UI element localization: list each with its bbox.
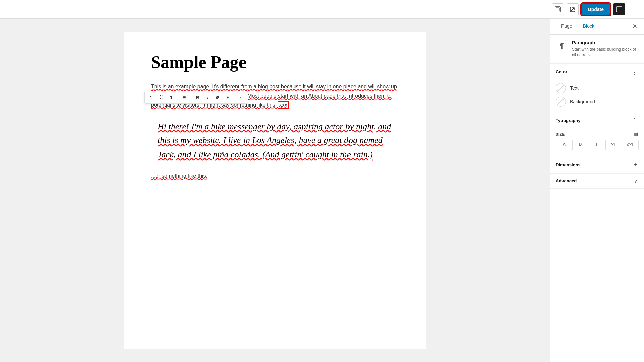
paragraph-cursive[interactable]: Hi there! I'm a bike messenger by day, a…	[158, 120, 399, 162]
advanced-title: Advanced	[556, 178, 577, 183]
text-color-label: Text	[570, 85, 579, 91]
size-m-button[interactable]: M	[573, 140, 589, 150]
advanced-section: Advanced ∨	[550, 174, 644, 189]
block-toolbar: ¶ ⠿ ⬍ ≡ B I	[144, 91, 248, 104]
block-info: Paragraph Start with the basic building …	[572, 40, 639, 58]
block-header: ¶ Paragraph Start with the basic buildin…	[556, 40, 639, 58]
size-label: SIZE	[556, 132, 639, 137]
sidebar-toggle-button[interactable]	[613, 3, 625, 15]
highlighted-text: xxx	[278, 102, 288, 108]
background-color-label: Background	[570, 99, 595, 104]
color-options: Text Background	[550, 80, 644, 112]
size-xl-button[interactable]: XL	[606, 140, 622, 150]
text-color-circle	[556, 83, 566, 93]
svg-rect-1	[556, 8, 559, 11]
size-xxl-button[interactable]: XXL	[622, 140, 638, 150]
sidebar-tabs: Page Block ✕	[550, 19, 644, 35]
align-button[interactable]: ≡	[180, 93, 189, 102]
drag-handle-button[interactable]: ⠿	[157, 93, 166, 102]
sidebar-tab-group: Page Block	[556, 19, 600, 34]
tab-block[interactable]: Block	[578, 19, 600, 34]
advanced-toggle-button[interactable]: ∨	[633, 178, 639, 184]
more-toolbar-button[interactable]: ⋮	[236, 93, 246, 102]
advanced-header[interactable]: Advanced ∨	[550, 174, 644, 188]
toolbar-separator-3	[234, 94, 234, 101]
color-section-title: Color	[556, 69, 567, 74]
svg-rect-3	[616, 7, 622, 12]
toolbar-separator	[178, 94, 178, 101]
link-dropdown-button[interactable]: ▾	[223, 93, 232, 102]
editor-area: Sample Page ¶ ⠿ ⬍ ≡ B I	[0, 19, 550, 362]
toolbar-separator-2	[191, 94, 191, 101]
size-options: S M L XL XXL	[556, 140, 639, 150]
color-section: Color ⋮ Text Background	[550, 64, 644, 112]
sidebar: Page Block ✕ ¶ Paragraph Start with the …	[550, 19, 644, 362]
typography-content: SIZE S M L	[550, 129, 644, 156]
close-sidebar-button[interactable]: ✕	[631, 21, 639, 32]
svg-rect-0	[555, 7, 560, 12]
dimensions-header[interactable]: Dimensions +	[550, 156, 644, 173]
tab-page[interactable]: Page	[556, 19, 578, 34]
background-color-circle	[556, 97, 566, 107]
typography-section: Typography ⋮ SIZE	[550, 112, 644, 156]
dimensions-section: Dimensions +	[550, 156, 644, 174]
typography-section-more[interactable]: ⋮	[630, 117, 639, 124]
paragraph-2[interactable]: ...or something like this:	[151, 171, 399, 180]
main-layout: Sample Page ¶ ⠿ ⬍ ≡ B I	[0, 19, 644, 362]
size-s-button[interactable]: S	[556, 140, 573, 150]
link-button[interactable]	[213, 93, 222, 102]
page-title: Sample Page	[151, 52, 399, 72]
color-section-more[interactable]: ⋮	[630, 68, 639, 76]
size-l-button[interactable]: L	[589, 140, 605, 150]
typography-section-header[interactable]: Typography ⋮	[550, 112, 644, 129]
more-options-button[interactable]: ⋮	[628, 4, 640, 15]
editor-content: Sample Page ¶ ⠿ ⬍ ≡ B I	[124, 32, 426, 349]
block-type-icon: ¶	[556, 40, 568, 52]
color-section-header[interactable]: Color ⋮	[550, 64, 644, 80]
paragraph-type-button[interactable]: ¶	[147, 93, 156, 102]
size-controls	[633, 132, 639, 137]
italic-button[interactable]: I	[203, 93, 212, 102]
preview-button[interactable]	[567, 3, 579, 15]
block-type-description: Start with the basic building block of a…	[572, 47, 639, 58]
move-up-down-button[interactable]: ⬍	[167, 93, 176, 102]
topbar: Update ⋮	[0, 0, 644, 19]
typography-section-title: Typography	[556, 118, 580, 123]
text-color-option[interactable]: Text	[556, 83, 639, 93]
bold-button[interactable]: B	[193, 93, 202, 102]
background-color-option[interactable]: Background	[556, 97, 639, 107]
dimensions-title: Dimensions	[556, 162, 581, 167]
block-info-section: ¶ Paragraph Start with the basic buildin…	[550, 35, 644, 64]
block-type-title: Paragraph	[572, 40, 639, 45]
view-mode-button[interactable]	[552, 3, 564, 15]
dimensions-add-button[interactable]: +	[632, 161, 639, 169]
update-button[interactable]: Update	[581, 3, 610, 15]
